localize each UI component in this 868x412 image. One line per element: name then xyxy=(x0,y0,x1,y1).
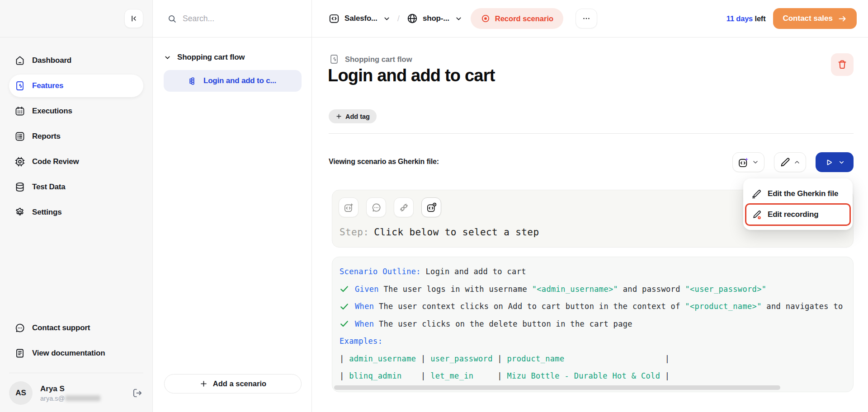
gherkin-line[interactable]: When The user context clicks on Add to c… xyxy=(340,298,853,315)
contact-sales-button[interactable]: Contact sales xyxy=(773,8,857,29)
sidebar-item-settings[interactable]: Settings xyxy=(9,201,143,224)
logout-button[interactable] xyxy=(132,387,143,399)
feature-selector-dropdown[interactable]: Salesfo... xyxy=(328,13,391,24)
plus-icon xyxy=(199,379,208,388)
chip-icon xyxy=(14,156,25,167)
sidebar-item-view-documentation[interactable]: View documentation xyxy=(9,342,143,365)
collapse-icon xyxy=(129,14,138,23)
search-placeholder: Search... xyxy=(183,14,214,23)
gherkin-segment-tx: | xyxy=(340,371,349,380)
ai-code-step-button[interactable] xyxy=(339,197,359,217)
environment-selector-dropdown[interactable]: shop-... xyxy=(406,13,462,24)
gherkin-segment-tx: | xyxy=(660,371,670,380)
sidebar-item-label: Code Review xyxy=(32,157,79,166)
content-divider xyxy=(329,133,854,134)
gherkin-segment-tx: and password xyxy=(618,285,685,294)
collapse-sidebar-button[interactable] xyxy=(124,9,143,28)
gherkin-segment-pm: "<product_name>" xyxy=(685,302,761,311)
code-sparkle-icon xyxy=(344,202,354,213)
menu-item-label: Edit the Gherkin file xyxy=(768,189,838,198)
plus-icon xyxy=(335,113,342,120)
search-input[interactable]: Search... xyxy=(153,0,311,37)
gherkin-segment-tx: | xyxy=(416,354,430,363)
pencil-record-icon xyxy=(751,210,762,220)
sidebar-item-contact-support[interactable]: Contact support xyxy=(9,317,143,339)
environment-selector-label: shop-... xyxy=(423,14,449,23)
gherkin-line[interactable]: Scenario Outline: Login and add to cart xyxy=(340,263,853,281)
sidebar-item-test-data[interactable]: Test Data xyxy=(9,176,143,198)
sidebar-item-label: Executions xyxy=(32,107,72,116)
gherkin-segment-pm: Mizu Bottle - Durable Hot & Cold xyxy=(507,371,660,380)
sidebar-item-code-review[interactable]: Code Review xyxy=(9,150,143,173)
gherkin-code-block[interactable]: Scenario Outline: Login and add to cartG… xyxy=(332,257,854,392)
gherkin-lines: Scenario Outline: Login and add to cartG… xyxy=(340,263,853,385)
menu-item-edit-gherkin-file[interactable]: Edit the Gherkin file xyxy=(749,183,847,204)
chevron-down-icon xyxy=(383,15,391,23)
sidebar-item-label: Contact support xyxy=(32,323,90,332)
topbar-right: 11 days left Contact sales xyxy=(726,8,857,29)
gherkin-segment-kw: When xyxy=(355,319,374,328)
trial-countdown: 11 days left xyxy=(726,14,766,23)
gherkin-line[interactable]: | admin_username | user_password | produ… xyxy=(340,350,853,368)
step-label: Step: xyxy=(340,227,369,238)
menu-item-edit-recording[interactable]: Edit recording xyxy=(749,204,847,225)
check-icon xyxy=(340,302,349,311)
delete-scenario-button[interactable] xyxy=(831,53,854,76)
gherkin-segment-tx: | xyxy=(660,354,670,363)
play-icon xyxy=(824,158,834,167)
edit-menu-button[interactable] xyxy=(774,152,806,172)
generate-code-button[interactable] xyxy=(732,152,764,172)
user-name: Arya S xyxy=(40,384,124,393)
chevron-down-icon xyxy=(455,15,462,23)
feature-file-icon xyxy=(329,54,340,65)
chevron-down-icon xyxy=(164,54,171,61)
gherkin-line[interactable]: When The user clicks on the delete butto… xyxy=(340,315,853,333)
horizontal-scrollbar[interactable] xyxy=(334,385,780,390)
record-scenario-label: Record scenario xyxy=(495,14,553,23)
scenario-icon xyxy=(187,76,198,86)
record-scenario-button[interactable]: Record scenario xyxy=(471,8,563,29)
trash-icon xyxy=(837,59,848,70)
gherkin-segment-tx: Login and add to cart xyxy=(421,267,526,276)
more-options-button[interactable] xyxy=(576,9,597,28)
run-scenario-button[interactable] xyxy=(816,152,854,172)
gherkin-segment-kw: Examples: xyxy=(340,337,382,346)
chat-bubble-icon xyxy=(371,202,382,213)
gherkin-line[interactable]: | blinq_admin | let_me_in | Mizu Bottle … xyxy=(340,367,853,385)
redacted-email-domain xyxy=(65,395,100,401)
add-scenario-label: Add a scenario xyxy=(213,379,266,388)
logout-icon xyxy=(132,387,143,399)
sidebar-item-label: Settings xyxy=(32,208,61,217)
sidebar-item-label: Dashboard xyxy=(32,56,71,65)
sidebar-item-reports[interactable]: Reports xyxy=(9,125,143,148)
step-text: Click below to select a step xyxy=(374,227,539,238)
gherkin-segment-tx: The user logs in with username xyxy=(379,285,532,294)
gherkin-line[interactable]: Examples: xyxy=(340,332,853,350)
page-title: Login and add to cart xyxy=(328,66,495,85)
scenario-tree-panel: Search... Shopping cart flow Login and a… xyxy=(153,0,312,412)
add-scenario-button[interactable]: Add a scenario xyxy=(164,374,302,393)
calendar-icon xyxy=(14,106,25,117)
sidebar-item-features[interactable]: Features xyxy=(9,75,143,97)
tree-scenario-item-selected[interactable]: Login and add to c... xyxy=(164,70,302,92)
gherkin-line[interactable]: Given The user logs in with username "<a… xyxy=(340,281,853,298)
comment-step-button[interactable] xyxy=(366,197,386,217)
document-icon xyxy=(14,348,25,359)
inspect-code-step-button[interactable] xyxy=(421,197,441,217)
sidebar-item-executions[interactable]: Executions xyxy=(9,100,143,122)
user-profile[interactable]: AS Arya S arya.s@ xyxy=(9,380,143,406)
database-icon xyxy=(14,182,25,192)
feature-name: Shopping cart flow xyxy=(177,53,245,62)
chevron-down-icon xyxy=(838,159,845,166)
gherkin-segment-pm: let_me_in xyxy=(430,371,493,380)
sidebar-item-label: Test Data xyxy=(32,183,65,192)
step-display: Step:Click below to select a step xyxy=(340,227,539,238)
add-tag-button[interactable]: Add tag xyxy=(329,109,377,123)
disconnect-step-button[interactable] xyxy=(394,197,414,217)
sidebar-header xyxy=(0,0,152,37)
sidebar-item-dashboard[interactable]: Dashboard xyxy=(9,49,143,72)
tree-feature-row[interactable]: Shopping cart flow xyxy=(164,49,302,66)
scenario-name: Login and add to c... xyxy=(203,76,276,85)
sidebar-nav: Dashboard Features Executions Reports Co… xyxy=(0,37,152,224)
sidebar-divider xyxy=(9,373,143,373)
